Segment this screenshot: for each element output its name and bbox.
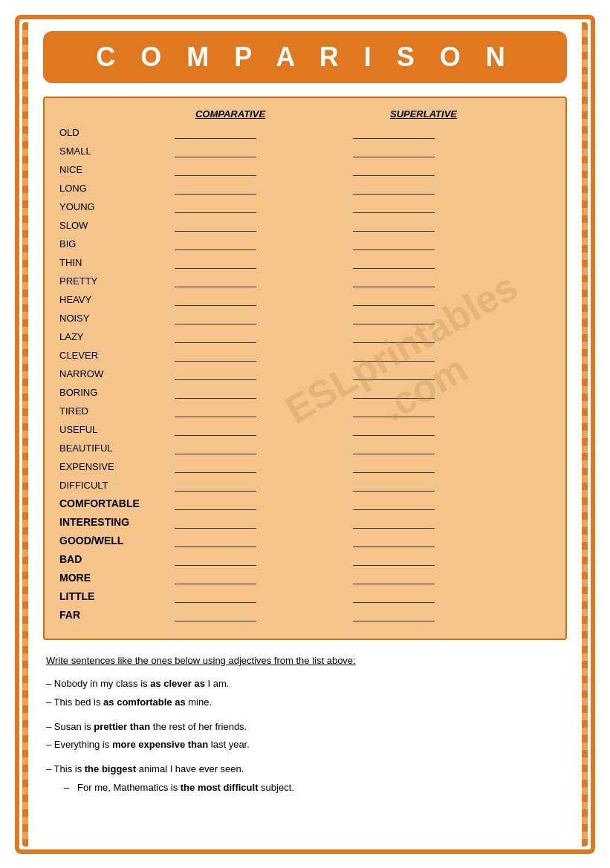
table-row: MORE (59, 570, 551, 586)
word-label: CLEVER (59, 350, 175, 361)
superlative-line[interactable] (353, 590, 435, 603)
superlative-line[interactable] (353, 218, 435, 232)
superlative-line[interactable] (353, 311, 435, 324)
comparative-header: COMPARATIVE (178, 108, 282, 120)
comparative-line[interactable] (175, 608, 256, 621)
comparative-line[interactable] (175, 237, 256, 250)
superlative-header: SUPERLATIVE (371, 108, 476, 120)
page-border: C O M P A R I S O N ESLprintables.com CO… (15, 15, 595, 854)
table-row: NOISY (59, 310, 551, 326)
word-label: GOOD/WELL (59, 535, 175, 546)
comparative-line[interactable] (175, 348, 256, 362)
superlative-line[interactable] (353, 534, 435, 547)
word-label: PRETTY (59, 275, 175, 287)
word-label: INTERESTING (59, 516, 175, 528)
superlative-line[interactable] (353, 144, 435, 157)
word-label: NARROW (59, 368, 175, 379)
page-title: C O M P A R I S O N (58, 42, 552, 73)
table-row: NICE (59, 161, 551, 177)
comparative-line[interactable] (175, 422, 256, 436)
superlative-line[interactable] (353, 163, 435, 176)
comparative-line[interactable] (175, 571, 256, 584)
comparative-line[interactable] (175, 367, 256, 380)
superlative-line[interactable] (353, 404, 435, 417)
superlative-line[interactable] (353, 515, 435, 529)
table-row: DIFFICULT (59, 477, 551, 493)
comparative-line[interactable] (175, 441, 256, 454)
comparative-line[interactable] (175, 255, 256, 269)
superlative-line[interactable] (353, 571, 435, 584)
word-label: TIRED (59, 405, 175, 417)
word-label: LONG (59, 183, 175, 194)
comparative-line[interactable] (175, 181, 256, 195)
comparative-line[interactable] (175, 478, 256, 492)
comparative-line[interactable] (175, 144, 256, 157)
sentence-3-1: – This is the biggest animal I have ever… (46, 762, 567, 777)
superlative-line[interactable] (353, 608, 435, 621)
table-row: BIG (59, 235, 551, 252)
superlative-line[interactable] (353, 181, 435, 195)
comparative-line[interactable] (175, 163, 256, 176)
column-headers: COMPARATIVE SUPERLATIVE (59, 108, 551, 120)
table-row: COMFORTABLE (59, 495, 551, 512)
sentence-2-2: – Everything is more expensive than last… (46, 737, 567, 753)
superlative-line[interactable] (353, 237, 435, 250)
superlative-line[interactable] (353, 441, 435, 454)
comparative-line[interactable] (175, 460, 256, 473)
table-row: LITTLE (59, 588, 551, 604)
table-row: OLD (59, 124, 551, 140)
instructions-title: Write sentences like the ones below usin… (46, 655, 567, 666)
table-row: CLEVER (59, 347, 551, 363)
superlative-line[interactable] (353, 125, 435, 139)
word-label: YOUNG (59, 201, 175, 212)
comparative-line[interactable] (175, 125, 256, 139)
word-label: SLOW (59, 220, 175, 231)
word-label: BEAUTIFUL (59, 443, 175, 454)
superlative-line[interactable] (353, 460, 435, 473)
table-row: HEAVY (59, 291, 551, 307)
sentence-3-2: – For me, Mathematics is the most diffic… (64, 780, 567, 796)
word-rows-container: OLDSMALLNICELONGYOUNGSLOWBIGTHINPRETTYHE… (59, 124, 551, 623)
comparative-line[interactable] (175, 274, 256, 287)
comparative-line[interactable] (175, 330, 256, 343)
superlative-line[interactable] (353, 478, 435, 492)
title-banner: C O M P A R I S O N (43, 31, 567, 83)
comparative-line[interactable] (175, 218, 256, 232)
superlative-line[interactable] (353, 348, 435, 362)
word-label: COMFORTABLE (59, 497, 175, 509)
word-label: NOISY (59, 313, 175, 324)
superlative-line[interactable] (353, 330, 435, 343)
word-label: SMALL (59, 146, 175, 157)
superlative-line[interactable] (353, 255, 435, 269)
table-row: TIRED (59, 402, 551, 419)
word-label: DIFFICULT (59, 480, 175, 491)
superlative-line[interactable] (353, 274, 435, 287)
table-row: BEAUTIFUL (59, 440, 551, 456)
comparative-line[interactable] (175, 200, 256, 213)
comparative-line[interactable] (175, 552, 256, 566)
table-row: FAR (59, 607, 551, 623)
superlative-line[interactable] (353, 367, 435, 380)
table-row: BORING (59, 384, 551, 400)
superlative-line[interactable] (353, 422, 435, 436)
comparative-line[interactable] (175, 311, 256, 324)
superlative-line[interactable] (353, 293, 435, 306)
word-label: BAD (59, 553, 175, 565)
comparative-line[interactable] (175, 515, 256, 529)
superlative-line[interactable] (353, 200, 435, 213)
word-label: EXPENSIVE (59, 461, 175, 472)
comparative-line[interactable] (175, 385, 256, 399)
comparative-line[interactable] (175, 590, 256, 603)
superlative-line[interactable] (353, 385, 435, 399)
comparative-line[interactable] (175, 293, 256, 306)
table-row: USEFUL (59, 421, 551, 437)
comparative-line[interactable] (175, 534, 256, 547)
comparative-line[interactable] (175, 497, 256, 510)
sentence-group-3: – This is the biggest animal I have ever… (46, 762, 567, 796)
table-row: THIN (59, 254, 551, 270)
superlative-line[interactable] (353, 497, 435, 510)
table-row: PRETTY (59, 273, 551, 289)
comparative-line[interactable] (175, 404, 256, 417)
word-label: BORING (59, 387, 175, 398)
superlative-line[interactable] (353, 552, 435, 566)
